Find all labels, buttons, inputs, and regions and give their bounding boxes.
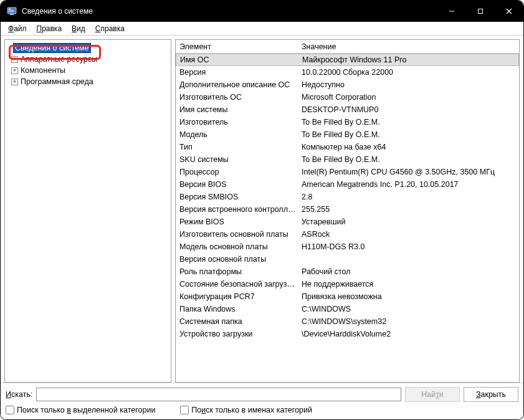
table-row[interactable]: МодельTo Be Filled By O.E.M.: [176, 128, 519, 141]
menu-view[interactable]: Вид: [68, 23, 89, 34]
column-header-element[interactable]: Элемент: [178, 42, 300, 51]
table-row[interactable]: Версия SMBIOS2.8: [176, 191, 519, 203]
table-row[interactable]: Имя ОСМайкрософт Windows 11 Pro: [176, 54, 519, 66]
cell-value: ASRock: [300, 230, 519, 239]
tree-node[interactable]: +Программная среда: [7, 76, 168, 87]
cell-value: C:\WINDOWS\system32: [300, 317, 519, 326]
cell-element: Устройство загрузки: [178, 330, 300, 338]
table-row[interactable]: Имя системыDESKTOP-VTNMUP0: [176, 103, 519, 116]
menu-help[interactable]: Справка: [92, 23, 128, 34]
bottom-panel: Искать: Найти Закрыть Поиск только в выд…: [1, 383, 523, 419]
cell-element: Системная папка: [178, 317, 300, 326]
svg-rect-3: [9, 11, 14, 12]
tree-node-label: Аппаратные ресурсы: [21, 55, 97, 64]
cell-element: Версия BIOS: [178, 180, 300, 189]
table-row[interactable]: Модель основной платыH110M-DGS R3.0: [176, 241, 519, 253]
tree-node-label: Сведения о системе: [13, 43, 91, 53]
table-row[interactable]: Версия BIOSAmerican Megatrends Inc. P1.2…: [176, 178, 519, 191]
cell-value: 10.0.22000 Сборка 22000: [300, 68, 519, 77]
search-input[interactable]: [36, 388, 401, 401]
content-area: + Сведения о системе +Аппаратные ресурсы…: [1, 36, 523, 383]
cell-element: Версия основной платы: [178, 255, 300, 264]
close-panel-button[interactable]: Закрыть: [464, 387, 518, 402]
close-button[interactable]: [495, 1, 523, 22]
app-window: Сведения о системе Файл Правка Вид Справ…: [0, 0, 524, 420]
cell-value: Не поддерживается: [300, 280, 519, 289]
menu-edit[interactable]: Правка: [33, 23, 66, 34]
cell-value: Устаревший: [300, 217, 519, 226]
table-row[interactable]: Дополнительное описание ОСНедоступно: [176, 79, 519, 91]
table-row[interactable]: Версия встроенного контролл…255.255: [176, 203, 519, 216]
cell-element: Версия SMBIOS: [178, 193, 300, 201]
cell-value: Компьютер на базе x64: [300, 143, 519, 151]
table-row[interactable]: SKU системыTo Be Filled By O.E.M.: [176, 153, 519, 166]
tree-node-label: Программная среда: [21, 77, 93, 86]
check-in-names[interactable]: Поиск только в именах категорий: [180, 406, 312, 414]
cell-value: Intel(R) Pentium(R) CPU G4560 @ 3.50GHz,…: [300, 168, 519, 176]
cell-value: H110M-DGS R3.0: [300, 242, 519, 251]
cell-value: \Device\HarddiskVolume2: [300, 330, 519, 338]
tree-node[interactable]: +Компоненты: [7, 65, 168, 76]
table-row[interactable]: Конфигурация PCR7Привязка невозможна: [176, 290, 519, 303]
table-row[interactable]: ИзготовительTo Be Filled By O.E.M.: [176, 116, 519, 128]
cell-element: Изготовитель: [178, 118, 300, 126]
column-header-value[interactable]: Значение: [300, 42, 519, 51]
table-row[interactable]: Устройство загрузки\Device\HarddiskVolum…: [176, 328, 519, 340]
minimize-button[interactable]: [437, 1, 466, 22]
cell-element: Состояние безопасной загруз…: [178, 280, 300, 289]
window-title: Сведения о системе: [22, 7, 437, 16]
find-button[interactable]: Найти: [405, 387, 460, 402]
cell-value: Привязка невозможна: [300, 292, 519, 301]
table-row[interactable]: Режим BIOSУстаревший: [176, 216, 519, 228]
table-row[interactable]: ПроцессорIntel(R) Pentium(R) CPU G4560 @…: [176, 166, 519, 178]
cell-element: Имя системы: [178, 105, 300, 114]
tree-node[interactable]: +Аппаратные ресурсы: [7, 54, 168, 65]
cell-value: To Be Filled By O.E.M.: [300, 130, 519, 139]
cell-element: Изготовитель основной платы: [178, 230, 300, 239]
checkbox-in-names[interactable]: [180, 406, 189, 414]
svg-rect-2: [9, 10, 14, 11]
expand-icon[interactable]: +: [11, 67, 18, 74]
cell-element: Режим BIOS: [178, 217, 300, 226]
check-in-selected[interactable]: Поиск только в выделенной категории: [6, 406, 155, 414]
table-row[interactable]: Изготовитель основной платыASRock: [176, 228, 519, 241]
menu-file[interactable]: Файл: [4, 23, 31, 34]
cell-element: Конфигурация PCR7: [178, 292, 300, 301]
cell-value: American Megatrends Inc. P1.20, 10.05.20…: [300, 180, 519, 189]
details-pane[interactable]: Элемент Значение Имя ОСМайкрософт Window…: [175, 39, 520, 383]
search-label: Искать:: [6, 390, 32, 399]
expand-icon[interactable]: +: [11, 79, 18, 85]
svg-rect-4: [10, 14, 14, 15]
expand-icon[interactable]: +: [11, 56, 18, 63]
tree-node-label: Компоненты: [21, 66, 65, 75]
cell-element: Папка Windows: [178, 305, 300, 313]
maximize-button[interactable]: [466, 1, 495, 22]
tree-pane[interactable]: + Сведения о системе +Аппаратные ресурсы…: [4, 39, 171, 383]
table-row[interactable]: Роль платформыРабочий стол: [176, 265, 519, 278]
table-row[interactable]: Состояние безопасной загруз…Не поддержив…: [176, 278, 519, 290]
titlebar: Сведения о системе: [1, 1, 523, 22]
cell-value: Недоступно: [300, 80, 519, 89]
cell-value: C:\WINDOWS: [300, 305, 519, 313]
cell-element: Дополнительное описание ОС: [178, 80, 300, 89]
table-row[interactable]: Версия основной платы: [176, 253, 519, 265]
table-header: Элемент Значение: [176, 40, 519, 54]
tree-root-node[interactable]: + Сведения о системе: [7, 42, 168, 54]
table-row[interactable]: Изготовитель ОСMicrosoft Corporation: [176, 91, 519, 103]
table-row[interactable]: ТипКомпьютер на базе x64: [176, 141, 519, 153]
cell-element: Версия встроенного контролл…: [178, 205, 300, 214]
cell-value: Майкрософт Windows 11 Pro: [301, 55, 518, 64]
cell-value: 2.8: [300, 193, 519, 201]
cell-element: Версия: [178, 68, 300, 77]
cell-element: Модель основной платы: [178, 242, 300, 251]
table-body[interactable]: Имя ОСМайкрософт Windows 11 ProВерсия10.…: [176, 54, 519, 382]
checkbox-in-selected[interactable]: [6, 406, 14, 414]
cell-value: Рабочий стол: [300, 267, 519, 276]
cell-value: 255.255: [300, 205, 519, 214]
table-row[interactable]: Версия10.0.22000 Сборка 22000: [176, 66, 519, 79]
svg-rect-1: [9, 9, 11, 9]
table-row[interactable]: Папка WindowsC:\WINDOWS: [176, 303, 519, 315]
cell-value: DESKTOP-VTNMUP0: [300, 105, 519, 114]
cell-element: Изготовитель ОС: [178, 93, 300, 102]
table-row[interactable]: Системная папкаC:\WINDOWS\system32: [176, 315, 519, 328]
